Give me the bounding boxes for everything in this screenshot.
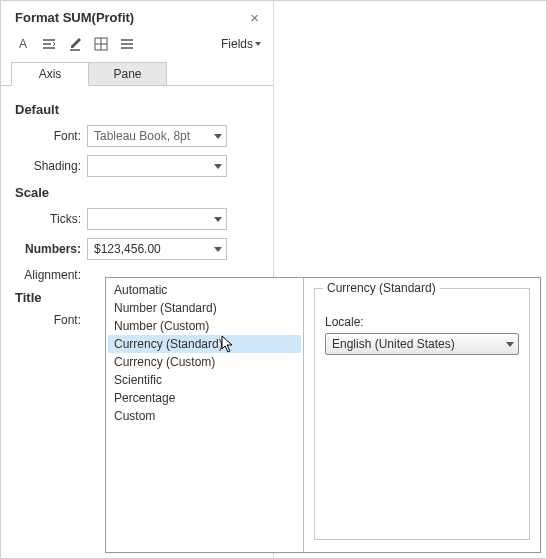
- list-item[interactable]: Custom: [108, 407, 301, 425]
- panel-title: Format SUM(Profit): [15, 10, 134, 25]
- font-label: Font:: [15, 129, 87, 143]
- locale-label: Locale:: [325, 315, 519, 329]
- numbers-label: Numbers:: [15, 242, 87, 256]
- chevron-down-icon: [214, 247, 222, 252]
- default-shading-dropdown[interactable]: [87, 155, 227, 177]
- chevron-down-icon: [214, 217, 222, 222]
- close-icon[interactable]: ×: [246, 9, 263, 26]
- list-item[interactable]: Currency (Custom): [108, 353, 301, 371]
- fieldset-legend: Currency (Standard): [323, 281, 440, 295]
- list-item[interactable]: Number (Custom): [108, 317, 301, 335]
- title-font-label: Font:: [15, 313, 87, 327]
- scale-numbers-dropdown[interactable]: $123,456.00: [87, 238, 227, 260]
- scale-ticks-dropdown[interactable]: [87, 208, 227, 230]
- fields-label: Fields: [221, 37, 253, 51]
- chevron-down-icon: [214, 134, 222, 139]
- list-item[interactable]: Automatic: [108, 281, 301, 299]
- list-item-selected[interactable]: Currency (Standard): [108, 335, 301, 353]
- number-format-list[interactable]: Automatic Number (Standard) Number (Cust…: [106, 278, 304, 552]
- chevron-down-icon: [214, 164, 222, 169]
- tab-axis-label: Axis: [39, 67, 62, 81]
- tab-axis[interactable]: Axis: [11, 62, 89, 86]
- scale-numbers-value: $123,456.00: [94, 242, 161, 256]
- default-font-dropdown[interactable]: Tableau Book, 8pt: [87, 125, 227, 147]
- alignment-label: Alignment:: [15, 268, 87, 282]
- list-item[interactable]: Scientific: [108, 371, 301, 389]
- format-toolbar: A Fields: [1, 32, 273, 56]
- locale-dropdown[interactable]: English (United States): [325, 333, 519, 355]
- section-scale-heading: Scale: [15, 185, 259, 200]
- toolbar-icons: A: [15, 36, 135, 52]
- chevron-down-icon: [255, 42, 261, 46]
- chevron-down-icon: [506, 342, 514, 347]
- number-format-detail: Currency (Standard) Locale: English (Uni…: [304, 278, 540, 552]
- number-format-popup: Automatic Number (Standard) Number (Cust…: [105, 277, 541, 553]
- shading-icon[interactable]: [67, 36, 83, 52]
- font-icon[interactable]: A: [15, 36, 31, 52]
- section-default-heading: Default: [15, 102, 259, 117]
- list-item[interactable]: Percentage: [108, 389, 301, 407]
- tab-pane-label: Pane: [113, 67, 141, 81]
- ticks-label: Ticks:: [15, 212, 87, 226]
- panel-header: Format SUM(Profit) ×: [1, 1, 273, 32]
- lines-icon[interactable]: [119, 36, 135, 52]
- locale-value: English (United States): [332, 337, 455, 351]
- list-item[interactable]: Number (Standard): [108, 299, 301, 317]
- tab-pane[interactable]: Pane: [89, 62, 167, 86]
- fields-dropdown[interactable]: Fields: [221, 37, 261, 51]
- currency-standard-fieldset: Currency (Standard) Locale: English (Uni…: [314, 288, 530, 540]
- default-font-value: Tableau Book, 8pt: [94, 129, 190, 143]
- shading-label: Shading:: [15, 159, 87, 173]
- tab-bar: Axis Pane: [11, 62, 273, 86]
- alignment-icon[interactable]: [41, 36, 57, 52]
- borders-icon[interactable]: [93, 36, 109, 52]
